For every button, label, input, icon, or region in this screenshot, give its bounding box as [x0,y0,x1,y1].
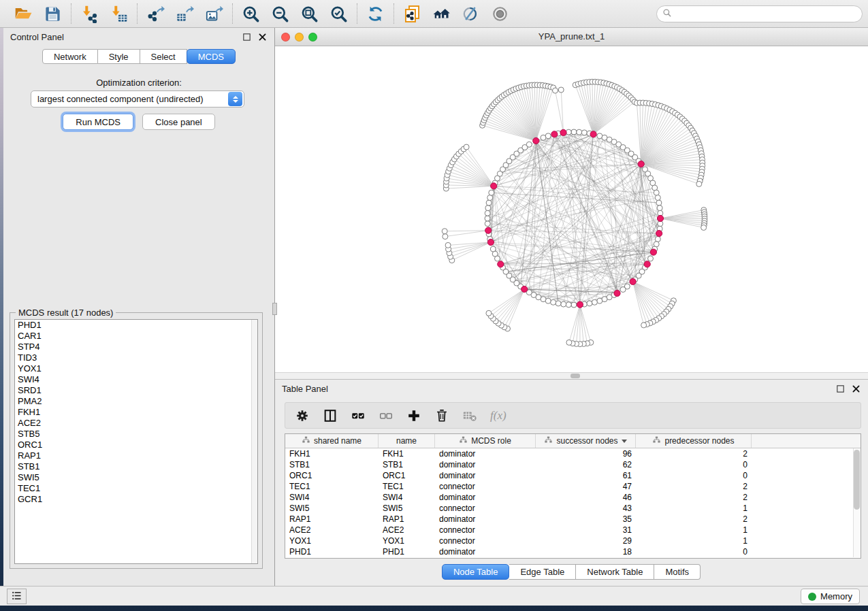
close-panel-icon[interactable] [851,384,861,394]
task-history-button[interactable] [7,589,27,604]
mcds-result-item[interactable]: TEC1 [15,483,257,494]
table-panel-titlebar: Table Panel [275,380,868,397]
mcds-result-item[interactable]: YOX1 [15,363,257,374]
open-file-icon[interactable] [14,5,33,23]
zoom-fit-icon[interactable] [300,5,319,23]
mcds-result-item[interactable]: CAR1 [15,331,257,342]
mcds-result-item[interactable]: TID3 [15,352,257,363]
optimization-criterion-label: Optimization criterion: [3,78,274,88]
add-column-icon[interactable] [406,408,421,423]
mcds-result-list[interactable]: PHD1CAR1STP4TID3YOX1SWI4SRD1PMA2FKH1ACE2… [14,319,258,564]
network-view-titlebar[interactable]: YPA_prune.txt_1 [275,28,868,46]
column-header-shared-name[interactable]: shared name [285,434,379,448]
namespace-tree-icon [459,435,468,446]
namespace-tree-icon [544,435,553,446]
table-panel-tabs: Node TableEdge TableNetwork TableMotifs [443,564,701,580]
mcds-result-item[interactable]: SRD1 [15,385,257,396]
mcds-result-item[interactable]: SWI5 [15,472,257,483]
mcds-result-item[interactable]: STB5 [15,429,257,440]
float-panel-icon[interactable] [242,32,252,42]
search-box[interactable] [656,5,863,22]
table-row[interactable]: TEC1TEC1connector472 [285,481,861,492]
node-table-header: shared namenameMCDS rolesuccessor nodesp… [285,434,861,448]
memory-button[interactable]: Memory [801,589,860,604]
network-canvas[interactable] [275,46,868,372]
tab-network[interactable]: Network [42,49,98,64]
criterion-value: largest connected component (undirected) [31,94,228,104]
mcds-result-item[interactable]: PHD1 [15,320,257,331]
mcds-result-item[interactable]: STP4 [15,342,257,352]
table-toolbar: f(x) [285,402,861,429]
node-table-body: FKH1FKH1dominator962STB1STB1dominator620… [285,448,861,557]
import-network-icon[interactable] [80,5,99,23]
search-input[interactable] [675,10,856,19]
zoom-selected-icon[interactable] [329,5,348,23]
network-hscrollbar[interactable] [275,372,868,379]
table-options-gear-icon[interactable] [295,408,310,423]
column-header-MCDS-role[interactable]: MCDS role [435,434,536,448]
memory-status-icon [808,593,816,601]
table-row[interactable]: FKH1FKH1dominator962 [285,448,861,459]
zoom-out-icon[interactable] [271,5,289,23]
delete-column-icon[interactable] [434,408,449,423]
export-network-icon[interactable] [146,5,165,23]
table-vscroll-thumb[interactable] [854,450,860,510]
table-row[interactable]: RAP1RAP1dominator352 [285,514,861,525]
float-panel-icon[interactable] [835,384,846,394]
search-icon [662,8,672,20]
select-all-rows-icon[interactable] [351,408,366,423]
mcds-list-scrollbar[interactable] [251,320,257,563]
import-table-icon[interactable] [110,5,128,23]
column-header-predecessor-nodes[interactable]: predecessor nodes [636,434,752,448]
table-row[interactable]: SWI5SWI5connector431 [285,503,861,514]
close-panel-button[interactable]: Close panel [142,114,215,130]
function-builder-icon: f(x) [490,409,507,423]
mcds-result-item[interactable]: SWI4 [15,374,257,385]
column-header-successor-nodes[interactable]: successor nodes [536,434,636,448]
tab-network-table[interactable]: Network Table [576,564,654,580]
run-mcds-button[interactable]: Run MCDS [63,114,133,130]
mcds-result-item[interactable]: GCR1 [15,494,257,505]
mcds-result-item[interactable]: RAP1 [15,450,257,461]
mcds-result-item[interactable]: ORC1 [15,440,257,450]
hide-graphics-details-icon[interactable] [462,5,480,23]
houses-icon[interactable] [432,5,451,23]
table-row[interactable]: ACE2ACE2connector311 [285,525,861,535]
clone-network-icon[interactable] [403,5,421,23]
table-row[interactable]: YOX1YOX1connector291 [285,535,861,546]
mcds-result-item[interactable]: PMA2 [15,396,257,407]
mcds-result-item[interactable]: ACE2 [15,418,257,429]
tab-motifs[interactable]: Motifs [654,564,701,580]
refresh-layout-icon[interactable] [366,5,385,23]
export-image-icon[interactable] [205,5,223,23]
export-table-icon[interactable] [176,5,194,23]
column-header-name[interactable]: name [379,434,435,448]
mcds-result-item[interactable]: FKH1 [15,407,257,418]
criterion-dropdown[interactable]: largest connected component (undirected) [31,90,244,108]
control-panel-title: Control Panel [10,32,64,42]
deselect-all-rows-icon[interactable] [379,408,393,423]
mcds-result-item[interactable]: STB1 [15,461,257,472]
memory-label: Memory [820,591,852,601]
tab-node-table[interactable]: Node Table [442,564,510,580]
mcds-result-group: MCDS result (17 nodes) PHD1CAR1STP4TID3Y… [10,312,263,569]
table-vscrollbar[interactable] [853,448,861,557]
save-session-icon[interactable] [44,5,62,23]
close-panel-icon[interactable] [257,32,268,42]
network-hscroll-thumb[interactable] [570,374,580,378]
zoom-in-icon[interactable] [242,5,260,23]
tab-edge-table[interactable]: Edge Table [509,564,576,580]
table-row[interactable]: SWI4SWI4dominator462 [285,492,861,503]
tab-mcds[interactable]: MCDS [187,49,236,64]
mcds-result-title: MCDS result (17 nodes) [16,308,116,318]
table-row[interactable]: STB1STB1dominator620 [285,459,861,470]
tab-select[interactable]: Select [140,49,187,64]
table-row[interactable]: ORC1ORC1dominator610 [285,470,861,481]
dropdown-stepper-icon [228,92,242,106]
show-graphics-details-icon[interactable] [491,5,509,23]
namespace-tree-icon [302,435,310,446]
panel-splitter-handle[interactable] [272,303,277,315]
table-row[interactable]: PHD1PHD1dominator180 [285,546,861,557]
tab-style[interactable]: Style [98,49,140,64]
show-columns-icon[interactable] [323,408,338,423]
